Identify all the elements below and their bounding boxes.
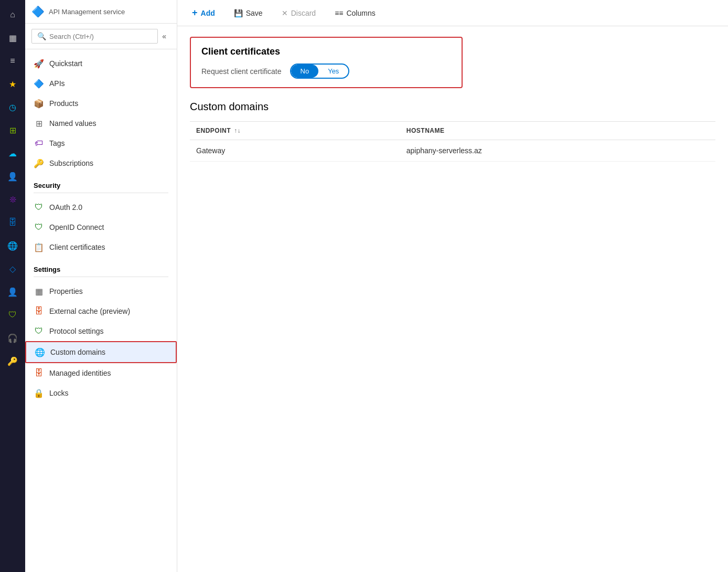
nav-item-custom-domains[interactable]: 🌐 Custom domains: [25, 341, 177, 363]
client-certs-icon: 📋: [34, 242, 44, 252]
request-client-cert-label: Request client certificate: [201, 67, 282, 76]
sidebar-search-area: 🔍 «: [25, 24, 177, 49]
columns-icon: ≡≡: [335, 9, 343, 17]
nav-item-apis[interactable]: 🔷 APIs: [25, 73, 177, 93]
custom-domains-table: ENDPOINT ↑↓ HOSTNAME Gateway apiphany-se…: [190, 121, 715, 162]
toggle-group: No Yes: [290, 63, 350, 79]
nav-label-apis: APIs: [49, 79, 65, 88]
save-button[interactable]: 💾 Save: [230, 7, 267, 19]
oauth-icon: 🛡: [34, 202, 44, 213]
nav-label-quickstart: Quickstart: [49, 59, 82, 68]
nav-item-openid[interactable]: 🛡 OpenID Connect: [25, 217, 177, 237]
nav-item-properties[interactable]: ▦ Properties: [25, 281, 177, 301]
clock-icon-bar[interactable]: ◷: [2, 97, 23, 118]
search-box[interactable]: 🔍: [31, 29, 158, 44]
table-row[interactable]: Gateway apiphany-serverless.az: [190, 140, 715, 162]
client-certificates-box: Client certificates Request client certi…: [190, 37, 463, 88]
add-label: Add: [201, 9, 215, 17]
endpoint-header: ENDPOINT ↑↓: [196, 127, 398, 134]
sidebar: 🔷 API Management service 🔍 « 🚀 Quickstar…: [25, 0, 177, 572]
service-header: 🔷 API Management service: [25, 0, 177, 24]
nav-item-named-values[interactable]: ⊞ Named values: [25, 113, 177, 133]
nav-item-locks[interactable]: 🔒 Locks: [25, 383, 177, 403]
managed-identities-icon: 🗄: [34, 368, 44, 378]
headset-icon-bar[interactable]: 🎧: [2, 327, 23, 348]
nav-item-protocol-settings[interactable]: 🛡 Protocol settings: [25, 321, 177, 341]
apis-icon: 🔷: [34, 78, 44, 89]
globe-icon-bar[interactable]: 🌐: [2, 235, 23, 256]
nav-item-tags[interactable]: 🏷 Tags: [25, 133, 177, 153]
toggle-yes[interactable]: Yes: [318, 65, 348, 78]
gateway-hostname: apiphany-serverless.az: [406, 146, 709, 155]
dashboard-icon-bar[interactable]: ▦: [2, 27, 23, 48]
nav-item-subscriptions[interactable]: 🔑 Subscriptions: [25, 153, 177, 173]
nav-item-client-certs[interactable]: 📋 Client certificates: [25, 237, 177, 257]
columns-button[interactable]: ≡≡ Columns: [330, 7, 380, 19]
list-icon-bar[interactable]: ≡: [2, 50, 23, 71]
toggle-no[interactable]: No: [291, 65, 319, 78]
cloud-icon-bar[interactable]: ☁: [2, 143, 23, 164]
discard-icon: ✕: [282, 9, 288, 17]
collapse-button[interactable]: «: [158, 30, 170, 43]
service-name: API Management service: [49, 8, 125, 16]
nav-item-external-cache[interactable]: 🗄 External cache (preview): [25, 301, 177, 321]
nav-label-external-cache: External cache (preview): [49, 307, 130, 315]
content-area: Client certificates Request client certi…: [177, 26, 728, 572]
custom-domains-icon: 🌐: [35, 347, 45, 357]
nav-item-oauth[interactable]: 🛡 OAuth 2.0: [25, 197, 177, 217]
discard-button[interactable]: ✕ Discard: [277, 7, 320, 19]
home-icon-bar[interactable]: ⌂: [2, 4, 23, 25]
grid-icon-bar[interactable]: ⊞: [2, 120, 23, 141]
save-label: Save: [246, 9, 263, 17]
hostname-header: HOSTNAME: [406, 127, 709, 134]
nav-label-products: Products: [49, 99, 78, 108]
nav-label-managed-identities: Managed identities: [49, 369, 111, 377]
user-icon-bar[interactable]: 👤: [2, 166, 23, 187]
nav-label-openid: OpenID Connect: [49, 223, 104, 231]
profile-icon-bar[interactable]: 👤: [2, 281, 23, 302]
nav-item-quickstart[interactable]: 🚀 Quickstart: [25, 54, 177, 73]
save-icon: 💾: [234, 9, 243, 17]
icon-bar: ⌂ ▦ ≡ ★ ◷ ⊞ ☁ 👤 ❊ 🗄 🌐 ◇ 👤 🛡 🎧 🔑: [0, 0, 25, 572]
nav-item-products[interactable]: 📦 Products: [25, 93, 177, 113]
client-cert-title: Client certificates: [201, 46, 451, 57]
search-icon: 🔍: [37, 32, 46, 40]
shield-icon-bar[interactable]: 🛡: [2, 304, 23, 325]
star-icon-bar[interactable]: ★: [2, 73, 23, 94]
nav-label-tags: Tags: [49, 139, 65, 147]
nav-label-custom-domains: Custom domains: [50, 348, 105, 356]
security-section-header: Security: [25, 173, 177, 193]
nav-label-locks: Locks: [49, 389, 69, 397]
key-icon-bar[interactable]: 🔑: [2, 351, 23, 372]
endpoint-header-label: ENDPOINT: [196, 127, 231, 134]
subscriptions-icon: 🔑: [34, 158, 44, 168]
settings-section-header: Settings: [25, 257, 177, 277]
nav-item-managed-identities[interactable]: 🗄 Managed identities: [25, 363, 177, 383]
security-divider: [34, 193, 168, 193]
nav-label-subscriptions: Subscriptions: [49, 159, 93, 167]
nav-label-named-values: Named values: [49, 119, 97, 128]
columns-label: Columns: [346, 9, 375, 17]
custom-domains-title: Custom domains: [190, 101, 715, 113]
gateway-endpoint: Gateway: [196, 146, 398, 155]
nav-label-oauth: OAuth 2.0: [49, 203, 82, 211]
diamond-icon-bar[interactable]: ◇: [2, 258, 23, 279]
protocol-settings-icon: 🛡: [34, 326, 44, 336]
sort-icon[interactable]: ↑↓: [234, 127, 241, 134]
quickstart-icon: 🚀: [34, 58, 44, 69]
database-icon-bar[interactable]: 🗄: [2, 212, 23, 233]
add-icon: +: [192, 7, 198, 18]
hostname-header-label: HOSTNAME: [406, 127, 445, 134]
tags-icon: 🏷: [34, 138, 44, 149]
external-cache-icon: 🗄: [34, 306, 44, 316]
nodes-icon-bar[interactable]: ❊: [2, 189, 23, 210]
add-button[interactable]: + Add: [188, 5, 219, 20]
toolbar: + Add 💾 Save ✕ Discard ≡≡ Columns: [177, 0, 728, 26]
openid-icon: 🛡: [34, 222, 44, 232]
named-values-icon: ⊞: [34, 118, 44, 129]
cert-row: Request client certificate No Yes: [201, 63, 451, 79]
properties-icon: ▦: [34, 286, 44, 296]
settings-divider: [34, 277, 168, 277]
search-input[interactable]: [49, 33, 152, 40]
nav-label-properties: Properties: [49, 287, 83, 295]
